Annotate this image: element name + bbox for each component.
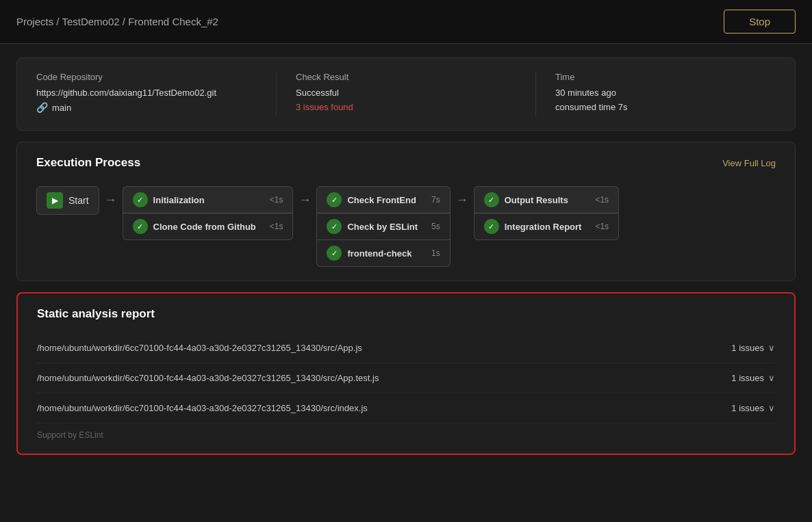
- chevron-icon-2: ∨: [768, 373, 775, 383]
- file-issues-3: 1 issues ∨: [731, 403, 775, 413]
- step-initialization: ✓ Initialization <1s ✓ Clone Code from G…: [123, 186, 294, 240]
- header: Projects / TestDemo02 / Frontend Check_#…: [0, 0, 812, 44]
- step-main-initialization: ✓ Initialization <1s: [123, 186, 294, 213]
- breadcrumb: Projects / TestDemo02 / Frontend Check_#…: [16, 16, 218, 27]
- step-name-init: Initialization: [153, 195, 205, 205]
- check-icon-output: ✓: [484, 192, 499, 207]
- step-time-init: <1s: [262, 195, 283, 205]
- step-name-clone: Clone Code from Github: [153, 222, 256, 232]
- step-time-ir: <1s: [587, 222, 609, 231]
- check-icon-clone: ✓: [133, 219, 148, 234]
- issues-count-1: 1 issues: [731, 343, 764, 353]
- branch-name: main: [52, 103, 71, 113]
- repo-label: Code Repository: [36, 72, 257, 82]
- exec-title: Execution Process: [36, 156, 140, 170]
- flow-diagram: ▶ Start → ✓ Initialization <1s ✓ Clone C…: [36, 186, 776, 267]
- issues-count-2: 1 issues: [731, 373, 764, 383]
- step-main-checkfrontend: ✓ Check FrontEnd 7s: [316, 186, 450, 213]
- check-icon-eslint: ✓: [327, 219, 342, 234]
- main-content: Code Repository https://github.com/daixi…: [0, 44, 812, 469]
- time-section: Time 30 minutes ago consumed time 7s: [555, 72, 776, 116]
- check-label: Check Result: [296, 72, 516, 82]
- step-child-eslint: ✓ Check by ESLint 5s: [316, 213, 450, 240]
- step-name-ir: Integration Report: [505, 222, 582, 232]
- start-node: ▶ Start: [36, 186, 99, 215]
- step-time-output: <1s: [587, 195, 609, 205]
- breadcrumb-projects[interactable]: Projects: [16, 16, 53, 27]
- report-card: Static analysis report /home/ubuntu/work…: [16, 292, 796, 455]
- repo-section: Code Repository https://github.com/daixi…: [36, 72, 277, 116]
- support-text: Support by ESLint: [37, 430, 775, 440]
- arrow-3: →: [456, 193, 468, 207]
- check-section: Check Result Successful 3 issues found: [296, 72, 536, 116]
- check-icon-init: ✓: [133, 192, 148, 207]
- step-outputresults: ✓ Output Results <1s ✓ Integration Repor…: [474, 186, 619, 240]
- step-child-ir: ✓ Integration Report <1s: [474, 213, 619, 240]
- step-name-eslint: Check by ESLint: [347, 222, 418, 232]
- step-child-clone: ✓ Clone Code from Github <1s: [123, 213, 294, 240]
- file-path-3: /home/ubuntu/workdir/6cc70100-fc44-4a03-…: [37, 403, 368, 413]
- file-issues-1: 1 issues ∨: [731, 343, 775, 353]
- report-title: Static analysis report: [37, 307, 775, 321]
- exec-header: Execution Process View Full Log: [36, 156, 776, 170]
- link-icon: 🔗: [36, 102, 48, 113]
- step-main-output: ✓ Output Results <1s: [474, 186, 619, 213]
- info-card: Code Repository https://github.com/daixi…: [16, 57, 796, 131]
- report-file-1[interactable]: /home/ubuntu/workdir/6cc70100-fc44-4a03-…: [37, 333, 775, 363]
- step-child-fc: ✓ frontend-check 1s: [316, 240, 450, 267]
- step-name-output: Output Results: [505, 195, 568, 205]
- check-icon-fc: ✓: [327, 246, 342, 261]
- check-result: Successful: [296, 88, 516, 98]
- file-issues-2: 1 issues ∨: [731, 373, 775, 383]
- view-full-log-link[interactable]: View Full Log: [722, 158, 776, 168]
- step-time-fc: 1s: [423, 248, 440, 258]
- file-path-2: /home/ubuntu/workdir/6cc70100-fc44-4a03-…: [37, 373, 379, 383]
- start-label: Start: [68, 195, 89, 206]
- arrow-2: →: [299, 193, 311, 207]
- breadcrumb-testdemo02[interactable]: TestDemo02: [62, 16, 119, 27]
- report-file-3[interactable]: /home/ubuntu/workdir/6cc70100-fc44-4a03-…: [37, 393, 775, 423]
- check-icon-cf: ✓: [327, 192, 342, 207]
- check-icon-ir: ✓: [484, 219, 499, 234]
- step-checkfrontend: ✓ Check FrontEnd 7s ✓ Check by ESLint 5s…: [316, 186, 450, 267]
- execution-card: Execution Process View Full Log ▶ Start …: [16, 142, 796, 281]
- chevron-icon-1: ∨: [768, 343, 775, 353]
- file-path-1: /home/ubuntu/workdir/6cc70100-fc44-4a03-…: [37, 343, 362, 353]
- consumed-time: consumed time 7s: [555, 102, 776, 112]
- breadcrumb-sep2: /: [123, 16, 128, 27]
- step-name-cf: Check FrontEnd: [347, 195, 416, 205]
- repo-url: https://github.com/daixiang11/TestDemo02…: [36, 88, 257, 98]
- time-ago: 30 minutes ago: [555, 88, 776, 98]
- stop-button[interactable]: Stop: [724, 10, 796, 34]
- step-time-eslint: 5s: [423, 222, 440, 231]
- step-name-fc: frontend-check: [347, 248, 411, 259]
- issues-found: 3 issues found: [296, 102, 516, 112]
- start-icon: ▶: [47, 192, 63, 209]
- step-time-cf: 7s: [423, 195, 440, 205]
- branch-info: 🔗 main: [36, 102, 257, 113]
- arrow-1: →: [105, 193, 117, 207]
- chevron-icon-3: ∨: [768, 403, 775, 413]
- time-label: Time: [555, 72, 776, 82]
- report-file-2[interactable]: /home/ubuntu/workdir/6cc70100-fc44-4a03-…: [37, 363, 775, 393]
- step-time-clone: <1s: [262, 222, 283, 231]
- breadcrumb-current: Frontend Check_#2: [128, 16, 218, 27]
- issues-count-3: 1 issues: [731, 403, 764, 413]
